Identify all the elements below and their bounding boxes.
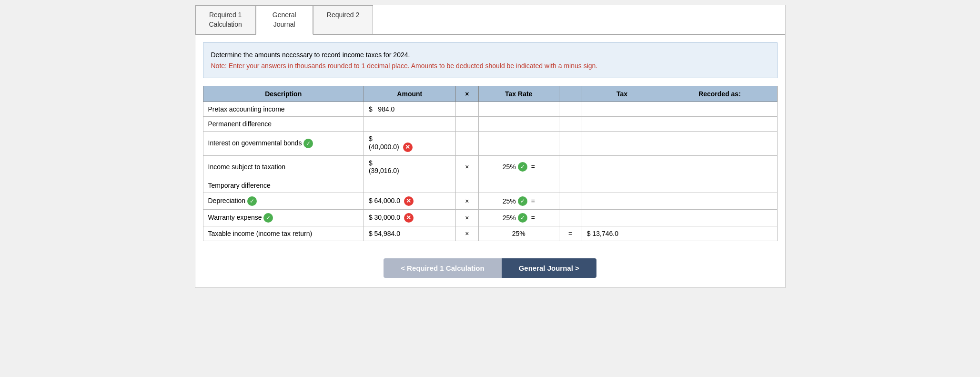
row-desc-interest: Interest on governmental bonds ✓ bbox=[203, 131, 364, 155]
row-amount-interest[interactable]: $(40,000.0) ✕ bbox=[364, 131, 455, 155]
row-mult-pretax bbox=[455, 102, 478, 116]
col-header-taxrate: Tax Rate bbox=[478, 86, 559, 102]
row-taxrate-permanent bbox=[478, 116, 559, 131]
row-amount-permanent bbox=[364, 116, 455, 131]
row-amount-taxable: $ 54,984.0 bbox=[364, 226, 455, 241]
row-amount-warranty[interactable]: $ 30,000.0 ✕ bbox=[364, 209, 455, 226]
row-mult-permanent bbox=[455, 116, 478, 131]
row-recorded-temporary bbox=[662, 178, 777, 193]
row-tax-pretax bbox=[582, 102, 662, 116]
instruction-box: Determine the amounts necessary to recor… bbox=[203, 42, 778, 78]
row-eq-warranty bbox=[559, 209, 582, 226]
row-taxrate-interest bbox=[478, 131, 559, 155]
bottom-nav: Required 1 Calculation General Journal bbox=[195, 249, 785, 287]
row-mult-interest bbox=[455, 131, 478, 155]
table-row: Taxable income (income tax return) $ 54,… bbox=[203, 226, 777, 241]
row-tax-taxable: $ 13,746.0 bbox=[582, 226, 662, 241]
row-eq-income-subject bbox=[559, 155, 582, 178]
row-tax-warranty bbox=[582, 209, 662, 226]
table-row: Depreciation ✓ $ 64,000.0 ✕ × 25% ✓ = bbox=[203, 193, 777, 209]
page-container: Required 1Calculation GeneralJournal Req… bbox=[195, 5, 786, 288]
col-header-eq bbox=[559, 86, 582, 102]
row-recorded-interest bbox=[662, 131, 777, 155]
income-tax-table: Description Amount × Tax Rate Tax Record… bbox=[203, 86, 778, 241]
eq-sign-income: = bbox=[531, 163, 535, 171]
col-header-tax: Tax bbox=[582, 86, 662, 102]
row-desc-pretax: Pretax accounting income bbox=[203, 102, 364, 116]
table-row: Pretax accounting income $ 984.0 bbox=[203, 102, 777, 116]
tab-general-journal[interactable]: GeneralJournal bbox=[256, 5, 313, 35]
row-recorded-depreciation bbox=[662, 193, 777, 209]
row-desc-temporary: Temporary difference bbox=[203, 178, 364, 193]
instruction-note-text: Note: Enter your answers in thousands ro… bbox=[211, 61, 769, 71]
row-mult-depreciation: × bbox=[455, 193, 478, 209]
row-mult-temporary bbox=[455, 178, 478, 193]
row-tax-depreciation bbox=[582, 193, 662, 209]
row-tax-interest bbox=[582, 131, 662, 155]
row-amount-temporary bbox=[364, 178, 455, 193]
table-row: Warranty expense ✓ $ 30,000.0 ✕ × 25% ✓ … bbox=[203, 209, 777, 226]
row-taxrate-taxable: 25% bbox=[478, 226, 559, 241]
row-eq-permanent bbox=[559, 116, 582, 131]
row-tax-income-subject bbox=[582, 155, 662, 178]
eq-sign-warranty: = bbox=[531, 214, 535, 222]
row-recorded-taxable bbox=[662, 226, 777, 241]
row-desc-permanent: Permanent difference bbox=[203, 116, 364, 131]
table-row: Temporary difference bbox=[203, 178, 777, 193]
col-header-recorded: Recorded as: bbox=[662, 86, 777, 102]
row-desc-depreciation: Depreciation ✓ bbox=[203, 193, 364, 209]
row-taxrate-temporary bbox=[478, 178, 559, 193]
tab-required1-calculation[interactable]: Required 1Calculation bbox=[195, 5, 256, 34]
amount-value-depreciation: $ 64,000.0 bbox=[369, 197, 400, 204]
next-button[interactable]: General Journal bbox=[502, 258, 596, 278]
row-eq-depreciation bbox=[559, 193, 582, 209]
taxrate-value-depreciation: 25% bbox=[503, 197, 516, 205]
clear-icon-interest[interactable]: ✕ bbox=[403, 143, 413, 152]
col-header-amount: Amount bbox=[364, 86, 455, 102]
table-row: Permanent difference bbox=[203, 116, 777, 131]
instruction-main-text: Determine the amounts necessary to recor… bbox=[211, 50, 769, 60]
check-icon-warranty: ✓ bbox=[263, 213, 273, 223]
row-recorded-permanent bbox=[662, 116, 777, 131]
prev-button[interactable]: Required 1 Calculation bbox=[384, 258, 501, 278]
row-tax-temporary bbox=[582, 178, 662, 193]
clear-icon-warranty[interactable]: ✕ bbox=[404, 213, 414, 223]
row-amount-pretax: $ 984.0 bbox=[364, 102, 455, 116]
row-desc-warranty: Warranty expense ✓ bbox=[203, 209, 364, 226]
row-taxrate-income-subject: 25% ✓ = bbox=[478, 155, 559, 178]
row-mult-warranty: × bbox=[455, 209, 478, 226]
taxrate-value-income-subject: 25% bbox=[503, 163, 516, 171]
table-row: Interest on governmental bonds ✓ $(40,00… bbox=[203, 131, 777, 155]
check-icon-taxrate-income: ✓ bbox=[518, 162, 527, 172]
amount-value-interest: $(40,000.0) bbox=[369, 135, 399, 151]
row-taxrate-depreciation: 25% ✓ = bbox=[478, 193, 559, 209]
check-icon-interest: ✓ bbox=[303, 139, 313, 148]
table-row: Income subject to taxation $(39,016.0) ×… bbox=[203, 155, 777, 178]
check-icon-taxrate-warranty: ✓ bbox=[518, 213, 527, 223]
row-mult-taxable: × bbox=[455, 226, 478, 241]
row-taxrate-warranty: 25% ✓ = bbox=[478, 209, 559, 226]
check-icon-depreciation: ✓ bbox=[247, 196, 257, 206]
amount-value-warranty: $ 30,000.0 bbox=[369, 214, 400, 221]
col-header-description: Description bbox=[203, 86, 364, 102]
eq-sign-dep: = bbox=[531, 197, 535, 205]
row-desc-income-subject: Income subject to taxation bbox=[203, 155, 364, 178]
row-amount-depreciation[interactable]: $ 64,000.0 ✕ bbox=[364, 193, 455, 209]
taxrate-value-warranty: 25% bbox=[503, 214, 516, 222]
tab-required2[interactable]: Required 2 bbox=[313, 5, 374, 34]
row-recorded-warranty bbox=[662, 209, 777, 226]
row-eq-interest bbox=[559, 131, 582, 155]
row-tax-permanent bbox=[582, 116, 662, 131]
main-table-wrapper: Description Amount × Tax Rate Tax Record… bbox=[203, 86, 778, 241]
row-eq-pretax bbox=[559, 102, 582, 116]
clear-icon-depreciation[interactable]: ✕ bbox=[404, 196, 414, 206]
row-amount-income-subject[interactable]: $(39,016.0) bbox=[364, 155, 455, 178]
row-mult-income-subject: × bbox=[455, 155, 478, 178]
row-recorded-income-subject bbox=[662, 155, 777, 178]
row-taxrate-pretax bbox=[478, 102, 559, 116]
row-eq-taxable: = bbox=[559, 226, 582, 241]
col-header-mult: × bbox=[455, 86, 478, 102]
tabs-bar: Required 1Calculation GeneralJournal Req… bbox=[195, 5, 785, 35]
row-desc-taxable: Taxable income (income tax return) bbox=[203, 226, 364, 241]
row-eq-temporary bbox=[559, 178, 582, 193]
